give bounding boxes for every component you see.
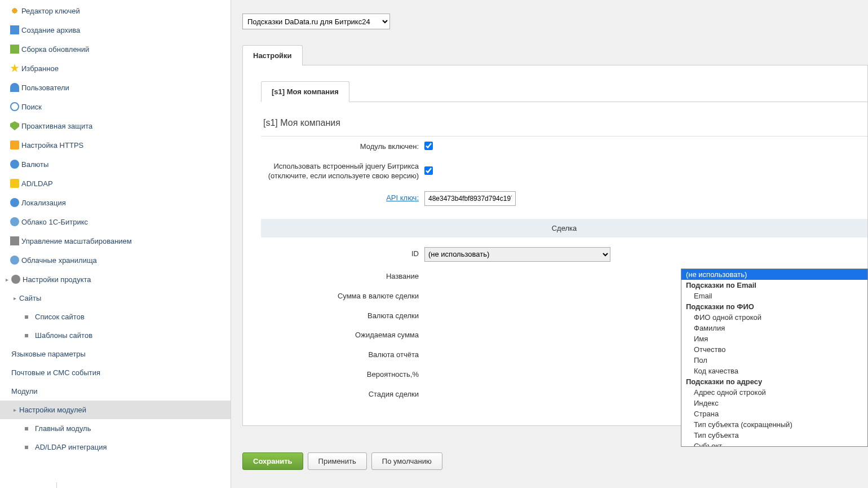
label-name: Название [261,272,424,282]
icon-cloud [10,217,19,226]
label-sum: Сумма в валюте сделки [261,292,424,301]
sidebar-item-label: Облако 1С-Битрикс [21,218,88,226]
section-deal: Сделка [261,219,867,238]
icon-blue [10,25,19,34]
sidebar-item-label: AD/LDAP интеграция [35,443,107,451]
expand-icon: ▸ [3,276,10,283]
sidebar-item[interactable]: AD/LDAP [0,174,231,193]
sidebar-item[interactable]: ▸Настройки продукта [0,270,231,289]
sidebar-item-label: Главный модуль [35,424,91,433]
sidebar-item[interactable]: Управление масштабированием [0,231,231,250]
input-api-key[interactable] [424,191,516,206]
option-region-type-short[interactable]: Тип субъекта (сокращенный) [681,419,867,430]
icon-user [10,83,19,92]
sidebar-item-label: Настройки продукта [23,275,91,284]
option-quality[interactable]: Код качества [681,366,867,376]
icon-grid [10,236,19,245]
sidebar-item-label: Настройка HTTPS [21,141,83,150]
option-none[interactable]: (не использовать) [681,269,867,280]
sidebar-item[interactable]: AD/LDAP интеграция [0,438,231,456]
sidebar-item[interactable]: ▸Сайты [0,289,231,307]
label-report-currency: Валюта отчёта [261,350,424,360]
sidebar-item[interactable]: Создание архива [0,20,231,39]
icon-star [10,64,19,73]
sidebar-item[interactable]: Облачные хранилища [0,250,231,270]
option-gender[interactable]: Пол [681,355,867,366]
icon-currency [10,160,19,169]
inner-tab-company[interactable]: [s1] Моя компания [261,81,349,102]
sidebar: Редактор ключейСоздание архиваСборка обн… [0,0,231,488]
sidebar-item-label: Поиск [21,103,42,111]
option-surname[interactable]: Фамилия [681,323,867,333]
sidebar-item[interactable]: Почтовые и СМС события [0,363,231,382]
sidebar-item-label: Сборка обновлений [21,45,89,54]
option-patronymic[interactable]: Отчество [681,344,867,355]
option-group-fio[interactable]: Подсказки по ФИО [681,301,867,312]
option-name[interactable]: Имя [681,333,867,344]
bullet-icon [25,427,28,430]
icon-folder [10,179,19,188]
bullet-icon [25,315,28,319]
option-region[interactable]: Субъект [681,441,867,446]
sidebar-item[interactable]: Избранное [0,59,231,78]
icon-orange [10,6,19,15]
footer-buttons: Сохранить Применить По умолчанию [242,446,442,477]
sidebar-item-label: Почтовые и СМС события [11,368,100,377]
sidebar-item-label: Локализация [21,199,66,207]
sidebar-item[interactable]: Шаблоны сайтов [0,326,231,345]
save-button[interactable]: Сохранить [242,452,303,470]
checkbox-jquery[interactable] [424,166,433,175]
sidebar-item[interactable]: Локализация [0,193,231,212]
option-country[interactable]: Страна [681,408,867,419]
apply-button[interactable]: Применить [308,452,367,470]
sidebar-item[interactable]: ▸Настройки модулей [0,401,231,419]
sidebar-item-label: Языковые параметры [11,350,86,358]
sidebar-item-label: Пользователи [21,83,69,92]
sidebar-item[interactable]: Пользователи [0,78,231,97]
sidebar-item[interactable]: Облако 1С-Битрикс [0,212,231,231]
icon-search [10,102,19,111]
sidebar-item[interactable]: Языковые параметры [0,345,231,363]
sidebar-item[interactable]: Поиск [0,97,231,116]
sidebar-item[interactable]: Список сайтов [0,307,231,326]
option-addr-line[interactable]: Адрес одной строкой [681,387,867,398]
option-email[interactable]: Email [681,291,867,301]
sidebar-item[interactable]: Настройка HTTPS [0,135,231,155]
sidebar-item[interactable]: Проактивная защита [0,116,231,135]
label-currency: Валюта сделки [261,311,424,321]
default-button[interactable]: По умолчанию [371,452,442,470]
checkbox-enabled[interactable] [424,142,433,150]
label-api-key: API ключ: [261,194,424,203]
dropdown-options: (не использовать) Подсказки по Email Ema… [681,269,868,447]
sidebar-item[interactable]: Сборка обновлений [0,39,231,59]
option-group-address[interactable]: Подсказки по адресу [681,376,867,387]
api-key-link[interactable]: API ключ: [386,194,419,202]
icon-gear [11,275,20,284]
sidebar-item-label: Сайты [19,294,41,302]
sidebar-item-label: AD/LDAP [21,179,53,188]
sidebar-item-label: Редактор ключей [21,7,80,15]
sidebar-item-label: Облачные хранилища [21,256,97,265]
bullet-icon [25,446,28,449]
option-region-type[interactable]: Тип субъекта [681,430,867,441]
sidebar-item-label: Модули [11,387,38,395]
sidebar-item[interactable]: Редактор ключей [0,1,231,20]
sidebar-item-label: Валюты [21,160,48,169]
icon-globe [10,198,19,207]
sidebar-item[interactable]: Валюты [0,155,231,174]
label-id: ID [261,249,424,259]
icon-cloud [10,256,19,265]
sidebar-item-label: Настройки модулей [19,406,86,414]
module-select[interactable]: Подсказки DaData.ru для Битрикс24 [242,14,390,29]
sidebar-item-label: Создание архива [21,26,80,34]
tab-settings[interactable]: Настройки [242,45,303,65]
label-enabled: Модуль включен: [261,142,424,152]
main-panel: Подсказки DaData.ru для Битрикс24 Настро… [231,0,868,488]
option-fio-line[interactable]: ФИО одной строкой [681,312,867,323]
select-id[interactable]: (не использовать) [424,247,610,262]
label-stage: Стадия сделки [261,390,424,399]
option-group-email[interactable]: Подсказки по Email [681,280,867,291]
option-index[interactable]: Индекс [681,398,867,408]
sidebar-item[interactable]: Модули [0,382,231,401]
sidebar-item[interactable]: Главный модуль [0,419,231,438]
